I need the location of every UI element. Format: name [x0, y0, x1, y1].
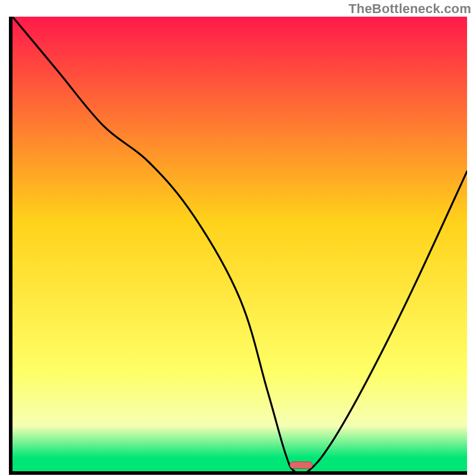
chart-stage: TheBottleneck.com	[0, 0, 476, 476]
svg-rect-1	[290, 462, 312, 469]
optimal-marker	[12, 17, 467, 471]
plot-area	[9, 17, 467, 475]
watermark-text: TheBottleneck.com	[349, 1, 471, 17]
